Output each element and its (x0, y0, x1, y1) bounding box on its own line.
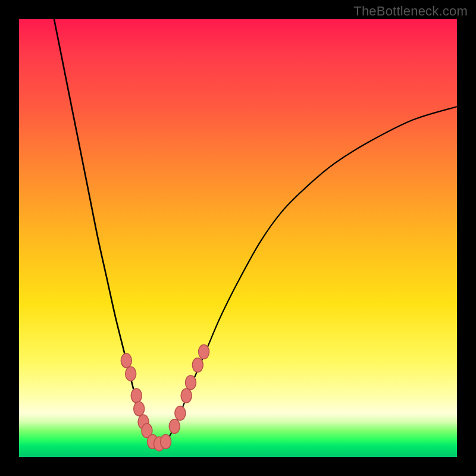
bead-marker (121, 353, 131, 368)
bead-marker (181, 389, 192, 403)
bead-marker (161, 434, 171, 449)
bead-marker (192, 358, 203, 372)
watermark-text: TheBottleneck.com (353, 4, 468, 19)
curve-svg (19, 19, 457, 457)
bead-marker (131, 389, 142, 403)
bead-marker (169, 419, 180, 433)
bead-group (121, 345, 209, 451)
bead-marker (134, 402, 145, 416)
outer-frame: TheBottleneck.com (0, 0, 476, 476)
bead-marker (186, 375, 196, 390)
bead-marker (126, 367, 136, 381)
curve-group (54, 19, 457, 444)
plot-area (19, 19, 457, 457)
curve-right-path (168, 107, 457, 439)
bead-marker (199, 345, 209, 359)
bead-marker (175, 406, 186, 420)
